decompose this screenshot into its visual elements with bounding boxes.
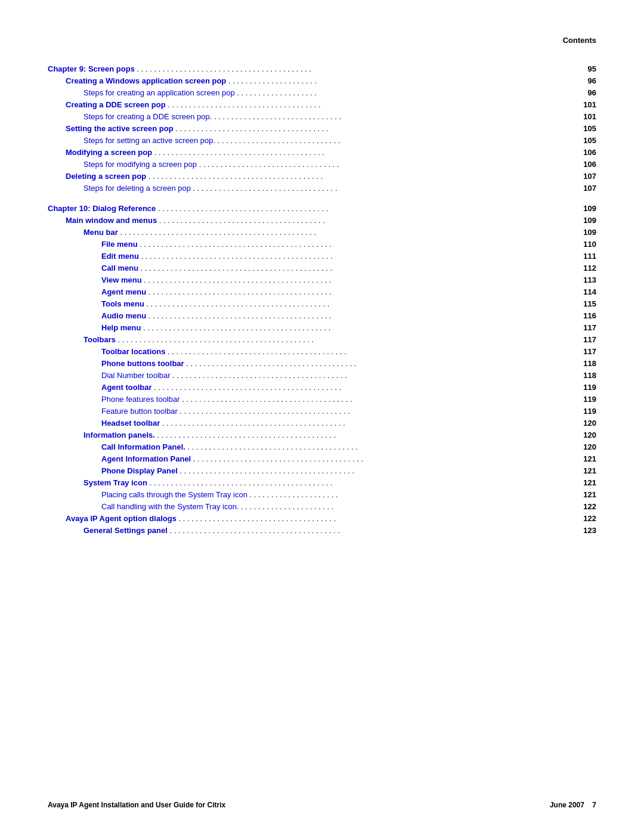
toc-entry[interactable]: Toolbar locations . . . . . . . . . . . …: [48, 345, 553, 357]
toc-link[interactable]: Call menu . . . . . . . . . . . . . . . …: [101, 264, 332, 272]
toc-link[interactable]: Chapter 10: Dialog Reference . . . . . .…: [48, 204, 328, 213]
toc-entry[interactable]: Steps for creating an application screen…: [48, 86, 553, 98]
toc-link[interactable]: System Tray icon . . . . . . . . . . . .…: [83, 478, 333, 487]
toc-entry[interactable]: Placing calls through the System Tray ic…: [48, 488, 553, 500]
toc-link[interactable]: Call handling with the System Tray icon.…: [101, 502, 333, 511]
toc-link[interactable]: Phone features toolbar . . . . . . . . .…: [101, 395, 352, 404]
toc-entry[interactable]: General Settings panel . . . . . . . . .…: [48, 524, 553, 536]
toc-link[interactable]: Toolbar locations . . . . . . . . . . . …: [101, 347, 346, 356]
toc-entry[interactable]: Setting the active screen pop . . . . . …: [48, 122, 553, 134]
footer-right: June 2007 7: [550, 801, 596, 809]
toc-entry[interactable]: Edit menu . . . . . . . . . . . . . . . …: [48, 250, 553, 262]
toc-dots: . . . . . . . . . . . . . . . . . . . . …: [116, 335, 314, 344]
toc-row: Help menu . . . . . . . . . . . . . . . …: [48, 321, 596, 333]
toc-row: Steps for creating an application screen…: [48, 86, 596, 98]
toc-entry[interactable]: Agent Information Panel . . . . . . . . …: [48, 453, 553, 465]
toc-link[interactable]: File menu . . . . . . . . . . . . . . . …: [101, 240, 332, 249]
toc-entry[interactable]: Information panels. . . . . . . . . . . …: [48, 429, 553, 441]
toc-link[interactable]: Chapter 9: Screen pops . . . . . . . . .…: [48, 64, 311, 73]
toc-dots: . . . . . . . . . . . . . . . . . . . . …: [118, 228, 316, 237]
toc-link[interactable]: Menu bar . . . . . . . . . . . . . . . .…: [83, 228, 316, 237]
toc-dots: . . . . . . . . . . . . . . . . . . . . …: [226, 76, 317, 85]
toc-entry[interactable]: Phone buttons toolbar . . . . . . . . . …: [48, 357, 553, 369]
toc-link[interactable]: Information panels. . . . . . . . . . . …: [83, 431, 336, 439]
toc-link[interactable]: Deleting a screen pop . . . . . . . . . …: [66, 172, 323, 181]
toc-link[interactable]: Help menu . . . . . . . . . . . . . . . …: [101, 323, 330, 332]
toc-link[interactable]: Toolbars . . . . . . . . . . . . . . . .…: [83, 335, 314, 344]
toc-row: Feature button toolbar . . . . . . . . .…: [48, 405, 596, 417]
page-container: Contents Chapter 9: Screen pops . . . . …: [0, 0, 644, 584]
toc-link[interactable]: Avaya IP Agent option dialogs . . . . . …: [66, 514, 336, 523]
toc-link[interactable]: Phone buttons toolbar . . . . . . . . . …: [101, 359, 357, 368]
toc-entry[interactable]: Tools menu . . . . . . . . . . . . . . .…: [48, 298, 553, 309]
toc-entry[interactable]: Help menu . . . . . . . . . . . . . . . …: [48, 321, 553, 333]
toc-link[interactable]: Tools menu . . . . . . . . . . . . . . .…: [101, 299, 330, 308]
toc-entry[interactable]: Feature button toolbar . . . . . . . . .…: [48, 405, 553, 417]
toc-entry[interactable]: Toolbars . . . . . . . . . . . . . . . .…: [48, 333, 553, 345]
toc-link[interactable]: Main window and menus . . . . . . . . . …: [66, 216, 325, 225]
toc-entry[interactable]: Creating a DDE screen pop . . . . . . . …: [48, 98, 553, 110]
toc-entry[interactable]: Avaya IP Agent option dialogs . . . . . …: [48, 512, 553, 524]
toc-link[interactable]: Phone Display Panel . . . . . . . . . . …: [101, 466, 354, 475]
toc-entry[interactable]: File menu . . . . . . . . . . . . . . . …: [48, 238, 553, 250]
toc-link[interactable]: Steps for deleting a screen pop . . . . …: [83, 184, 338, 193]
toc-entry[interactable]: Phone features toolbar . . . . . . . . .…: [48, 393, 553, 405]
toc-entry[interactable]: Chapter 9: Screen pops . . . . . . . . .…: [48, 63, 553, 75]
toc-entry[interactable]: Menu bar . . . . . . . . . . . . . . . .…: [48, 226, 553, 238]
toc-entry[interactable]: Steps for creating a DDE screen pop. . .…: [48, 110, 553, 122]
toc-page-num: 107: [553, 170, 596, 182]
toc-link[interactable]: Audio menu . . . . . . . . . . . . . . .…: [101, 311, 332, 320]
toc-link[interactable]: Agent menu . . . . . . . . . . . . . . .…: [101, 287, 332, 296]
toc-link[interactable]: Agent toolbar . . . . . . . . . . . . . …: [101, 383, 341, 392]
toc-link[interactable]: Creating a DDE screen pop . . . . . . . …: [66, 100, 321, 109]
toc-entry[interactable]: Steps for deleting a screen pop . . . . …: [48, 182, 553, 194]
toc-table: Chapter 9: Screen pops . . . . . . . . .…: [48, 63, 596, 536]
toc-text: Placing calls through the System Tray ic…: [101, 490, 247, 499]
toc-entry[interactable]: Agent toolbar . . . . . . . . . . . . . …: [48, 381, 553, 393]
toc-link[interactable]: Edit menu . . . . . . . . . . . . . . . …: [101, 252, 333, 261]
footer-left: Avaya IP Agent Installation and User Gui…: [48, 801, 225, 809]
toc-entry[interactable]: Call menu . . . . . . . . . . . . . . . …: [48, 262, 553, 274]
toc-entry[interactable]: Steps for modifying a screen pop . . . .…: [48, 158, 553, 170]
toc-link[interactable]: Placing calls through the System Tray ic…: [101, 490, 338, 499]
toc-row: Creating a DDE screen pop . . . . . . . …: [48, 98, 596, 110]
toc-entry[interactable]: Audio menu . . . . . . . . . . . . . . .…: [48, 309, 553, 321]
toc-link[interactable]: Steps for setting an active screen pop. …: [83, 136, 340, 145]
toc-dots: . . . . . . . . . . . . . . . . . . . . …: [146, 172, 323, 181]
toc-text: Toolbar locations: [101, 347, 165, 356]
toc-entry[interactable]: Phone Display Panel . . . . . . . . . . …: [48, 465, 553, 476]
toc-entry[interactable]: Call Information Panel. . . . . . . . . …: [48, 441, 553, 453]
toc-link[interactable]: Dial Number toolbar . . . . . . . . . . …: [101, 371, 347, 380]
toc-link[interactable]: View menu . . . . . . . . . . . . . . . …: [101, 275, 332, 284]
toc-link[interactable]: Steps for creating a DDE screen pop. . .…: [83, 112, 341, 121]
toc-link[interactable]: Creating a Windows application screen po…: [66, 76, 317, 85]
toc-dots: . . . . . . . . . . . . . . . . . . . . …: [135, 64, 311, 73]
toc-link[interactable]: Feature button toolbar . . . . . . . . .…: [101, 407, 350, 416]
toc-link[interactable]: Call Information Panel. . . . . . . . . …: [101, 442, 358, 451]
toc-link[interactable]: Headset toolbar . . . . . . . . . . . . …: [101, 419, 345, 428]
toc-entry[interactable]: Main window and menus . . . . . . . . . …: [48, 214, 553, 226]
toc-row: Edit menu . . . . . . . . . . . . . . . …: [48, 250, 596, 262]
toc-entry[interactable]: View menu . . . . . . . . . . . . . . . …: [48, 274, 553, 286]
toc-entry[interactable]: Chapter 10: Dialog Reference . . . . . .…: [48, 202, 553, 214]
toc-link[interactable]: General Settings panel . . . . . . . . .…: [83, 526, 340, 535]
toc-entry[interactable]: System Tray icon . . . . . . . . . . . .…: [48, 476, 553, 488]
toc-link[interactable]: Setting the active screen pop . . . . . …: [66, 124, 329, 133]
toc-text: General Settings panel: [83, 526, 168, 535]
toc-page-num: 120: [553, 441, 596, 453]
toc-entry[interactable]: Modifying a screen pop . . . . . . . . .…: [48, 146, 553, 158]
toc-entry[interactable]: Agent menu . . . . . . . . . . . . . . .…: [48, 286, 553, 298]
toc-link[interactable]: Steps for creating an application screen…: [83, 88, 317, 97]
toc-entry[interactable]: Steps for setting an active screen pop. …: [48, 134, 553, 146]
toc-link[interactable]: Agent Information Panel . . . . . . . . …: [101, 454, 363, 463]
toc-entry[interactable]: Creating a Windows application screen po…: [48, 75, 553, 86]
toc-link[interactable]: Steps for modifying a screen pop . . . .…: [83, 160, 339, 169]
toc-text: Avaya IP Agent option dialogs: [66, 514, 177, 523]
toc-entry[interactable]: Call handling with the System Tray icon.…: [48, 500, 553, 512]
toc-link[interactable]: Modifying a screen pop . . . . . . . . .…: [66, 148, 324, 157]
toc-entry[interactable]: Dial Number toolbar . . . . . . . . . . …: [48, 369, 553, 381]
toc-row: Steps for deleting a screen pop . . . . …: [48, 182, 596, 194]
toc-row: Steps for setting an active screen pop. …: [48, 134, 596, 146]
toc-entry[interactable]: Headset toolbar . . . . . . . . . . . . …: [48, 417, 553, 429]
toc-entry[interactable]: Deleting a screen pop . . . . . . . . . …: [48, 170, 553, 182]
